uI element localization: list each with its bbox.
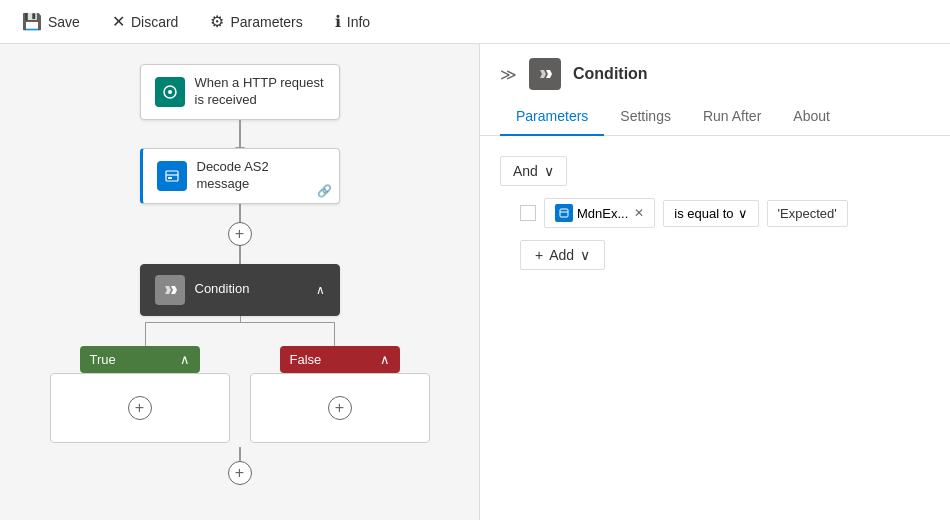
chip-close-icon[interactable]: ✕ (634, 206, 644, 220)
panel-content: And ∨ MdnEx... ✕ is equal (480, 136, 950, 520)
true-branch: True ∧ + (50, 346, 230, 443)
discard-label: Discard (131, 14, 178, 30)
svg-rect-4 (168, 177, 172, 179)
decode-node-wrapper: Decode AS2 message 🔗 (140, 148, 340, 204)
arrow-1 (239, 120, 241, 148)
http-trigger-label: When a HTTP request is received (195, 75, 325, 109)
parameters-icon: ⚙ (210, 12, 224, 31)
condition-header: Condition ∧ (155, 275, 325, 305)
tabs: Parameters Settings Run After About (480, 98, 950, 136)
operator-label: is equal to (674, 206, 733, 221)
chip-label: MdnEx... (577, 206, 628, 221)
add-plus-icon: + (535, 247, 543, 263)
false-branch-add-button[interactable]: + (328, 396, 352, 420)
branch-connector (50, 316, 430, 346)
true-branch-header[interactable]: True ∧ (80, 346, 200, 373)
panel-title: Condition (573, 65, 648, 83)
operator-chevron-icon: ∨ (738, 206, 748, 221)
save-label: Save (48, 14, 80, 30)
tab-parameters[interactable]: Parameters (500, 98, 604, 136)
svg-point-1 (168, 90, 172, 94)
parameters-button[interactable]: ⚙ Parameters (204, 8, 308, 35)
http-trigger-icon (155, 77, 185, 107)
false-branch: False ∧ + (250, 346, 430, 443)
right-panel: ≫ Condition Parameters Settings Run Afte… (480, 44, 950, 520)
link-icon: 🔗 (317, 184, 332, 198)
expand-panel-icon[interactable]: ≫ (500, 65, 517, 84)
condition-value: 'Expected' (767, 200, 848, 227)
discard-icon: ✕ (112, 12, 125, 31)
condition-label: Condition (195, 281, 250, 298)
parameters-label: Parameters (230, 14, 302, 30)
false-branch-collapse-icon: ∧ (380, 352, 390, 367)
discard-button[interactable]: ✕ Discard (106, 8, 184, 35)
false-branch-box: + (250, 373, 430, 443)
chip-icon (555, 204, 573, 222)
condition-chip[interactable]: MdnEx... ✕ (544, 198, 655, 228)
panel-icon (529, 58, 561, 90)
condition-checkbox[interactable] (520, 205, 536, 221)
tab-about[interactable]: About (777, 98, 846, 136)
add-condition-button[interactable]: + Add ∨ (520, 240, 605, 270)
condition-operator[interactable]: is equal to ∨ (663, 200, 758, 227)
info-label: Info (347, 14, 370, 30)
false-branch-label: False (290, 352, 322, 367)
tab-run-after[interactable]: Run After (687, 98, 777, 136)
condition-left: Condition (155, 275, 250, 305)
add-chevron-icon: ∨ (580, 247, 590, 263)
and-dropdown[interactable]: And ∨ (500, 156, 567, 186)
http-trigger-node[interactable]: When a HTTP request is received (140, 64, 340, 120)
true-branch-box: + (50, 373, 230, 443)
svg-rect-5 (560, 209, 568, 217)
add-step-button-bottom[interactable]: + (228, 461, 252, 485)
add-step-button-1[interactable]: + (228, 222, 252, 246)
condition-row: MdnEx... ✕ is equal to ∨ 'Expected' (520, 198, 930, 228)
decode-label: Decode AS2 message (197, 159, 325, 193)
toolbar: 💾 Save ✕ Discard ⚙ Parameters ℹ Info (0, 0, 950, 44)
info-icon: ℹ (335, 12, 341, 31)
and-chevron-icon: ∨ (544, 163, 554, 179)
save-icon: 💾 (22, 12, 42, 31)
decode-node[interactable]: Decode AS2 message (140, 148, 340, 204)
main-container: When a HTTP request is received Decode A… (0, 44, 950, 520)
svg-rect-2 (166, 171, 178, 181)
add-label: Add (549, 247, 574, 263)
flow-wrapper: When a HTTP request is received Decode A… (20, 64, 459, 485)
info-button[interactable]: ℹ Info (329, 8, 376, 35)
true-branch-label: True (90, 352, 116, 367)
false-branch-header[interactable]: False ∧ (280, 346, 400, 373)
condition-collapse-icon[interactable]: ∧ (316, 283, 325, 297)
tab-settings[interactable]: Settings (604, 98, 687, 136)
condition-icon (155, 275, 185, 305)
true-branch-add-button[interactable]: + (128, 396, 152, 420)
save-button[interactable]: 💾 Save (16, 8, 86, 35)
true-branch-collapse-icon: ∧ (180, 352, 190, 367)
condition-node[interactable]: Condition ∧ (140, 264, 340, 316)
decode-icon (157, 161, 187, 191)
flow-canvas: When a HTTP request is received Decode A… (0, 44, 480, 520)
and-label: And (513, 163, 538, 179)
branches: True ∧ + False ∧ + (20, 346, 459, 443)
